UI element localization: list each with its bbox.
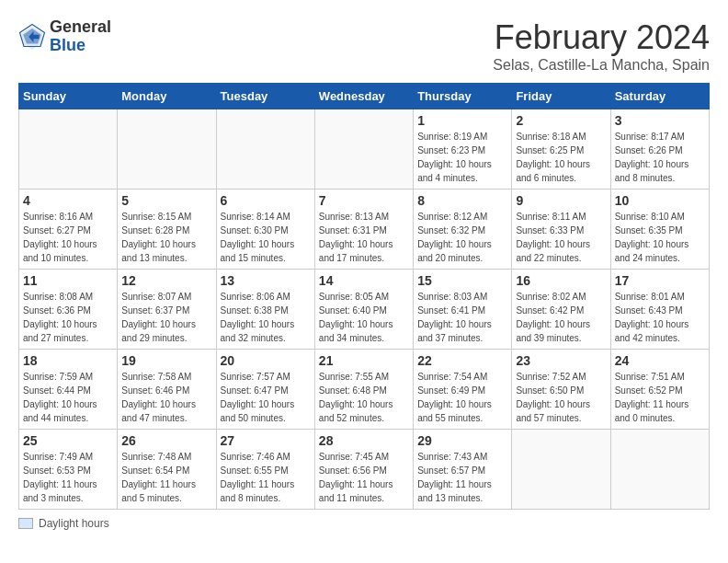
calendar-cell: 25Sunrise: 7:49 AM Sunset: 6:53 PM Dayli… [19,430,118,510]
month-title: February 2024 [493,18,710,57]
calendar-cell: 16Sunrise: 8:02 AM Sunset: 6:42 PM Dayli… [512,270,610,350]
calendar-cell: 28Sunrise: 7:45 AM Sunset: 6:56 PM Dayli… [314,430,413,510]
calendar-cell: 15Sunrise: 8:03 AM Sunset: 6:41 PM Dayli… [414,270,512,350]
day-number: 7 [319,193,409,208]
calendar-cell: 9Sunrise: 8:11 AM Sunset: 6:33 PM Daylig… [512,190,610,270]
day-info: Sunrise: 8:11 AM Sunset: 6:33 PM Dayligh… [516,210,606,265]
column-header-monday: Monday [118,84,216,109]
calendar-week-1: 1Sunrise: 8:19 AM Sunset: 6:23 PM Daylig… [19,109,710,190]
day-number: 5 [121,193,211,208]
day-info: Sunrise: 7:46 AM Sunset: 6:55 PM Dayligh… [221,450,311,505]
calendar-cell: 26Sunrise: 7:48 AM Sunset: 6:54 PM Dayli… [118,430,216,510]
calendar-cell [610,430,709,510]
day-info: Sunrise: 8:06 AM Sunset: 6:38 PM Dayligh… [221,290,311,345]
calendar-cell: 1Sunrise: 8:19 AM Sunset: 6:23 PM Daylig… [414,109,512,190]
legend: Daylight hours [18,517,710,530]
calendar-cell: 10Sunrise: 8:10 AM Sunset: 6:35 PM Dayli… [610,190,709,270]
calendar-cell: 13Sunrise: 8:06 AM Sunset: 6:38 PM Dayli… [216,270,314,350]
day-number: 19 [121,353,211,368]
day-number: 27 [221,433,311,448]
calendar-table: SundayMondayTuesdayWednesdayThursdayFrid… [18,83,710,510]
logo-icon [18,23,46,51]
location-title: Selas, Castille-La Mancha, Spain [493,57,710,74]
day-info: Sunrise: 7:58 AM Sunset: 6:46 PM Dayligh… [121,370,211,425]
day-info: Sunrise: 8:18 AM Sunset: 6:25 PM Dayligh… [516,130,606,185]
day-number: 13 [221,273,311,288]
day-number: 11 [23,273,113,288]
calendar-header-row: SundayMondayTuesdayWednesdayThursdayFrid… [19,84,710,109]
calendar-cell: 11Sunrise: 8:08 AM Sunset: 6:36 PM Dayli… [19,270,118,350]
day-info: Sunrise: 8:15 AM Sunset: 6:28 PM Dayligh… [121,210,211,265]
calendar-cell: 21Sunrise: 7:55 AM Sunset: 6:48 PM Dayli… [314,350,413,430]
calendar-cell [512,430,610,510]
calendar-cell: 2Sunrise: 8:18 AM Sunset: 6:25 PM Daylig… [512,109,610,190]
day-info: Sunrise: 8:19 AM Sunset: 6:23 PM Dayligh… [417,130,507,185]
logo-general-text: General [50,18,111,37]
day-info: Sunrise: 8:03 AM Sunset: 6:41 PM Dayligh… [417,290,507,345]
day-number: 14 [319,273,409,288]
day-info: Sunrise: 7:55 AM Sunset: 6:48 PM Dayligh… [319,370,409,425]
day-info: Sunrise: 8:16 AM Sunset: 6:27 PM Dayligh… [23,210,113,265]
legend-color-box [18,518,33,529]
day-info: Sunrise: 8:17 AM Sunset: 6:26 PM Dayligh… [615,130,705,185]
day-number: 25 [23,433,113,448]
day-number: 10 [615,193,705,208]
day-info: Sunrise: 7:52 AM Sunset: 6:50 PM Dayligh… [516,370,606,425]
day-info: Sunrise: 8:08 AM Sunset: 6:36 PM Dayligh… [23,290,113,345]
calendar-cell [314,109,413,190]
day-number: 1 [417,113,507,128]
column-header-thursday: Thursday [414,84,512,109]
day-number: 4 [23,193,113,208]
day-info: Sunrise: 8:05 AM Sunset: 6:40 PM Dayligh… [319,290,409,345]
calendar-cell [216,109,314,190]
day-number: 17 [615,273,705,288]
column-header-friday: Friday [512,84,610,109]
calendar-cell [19,109,118,190]
logo-text: General Blue [50,18,111,55]
day-info: Sunrise: 7:51 AM Sunset: 6:52 PM Dayligh… [615,370,705,425]
calendar-cell: 3Sunrise: 8:17 AM Sunset: 6:26 PM Daylig… [610,109,709,190]
column-header-wednesday: Wednesday [314,84,413,109]
day-info: Sunrise: 7:43 AM Sunset: 6:57 PM Dayligh… [417,450,507,505]
column-header-tuesday: Tuesday [216,84,314,109]
day-number: 12 [121,273,211,288]
day-info: Sunrise: 8:13 AM Sunset: 6:31 PM Dayligh… [319,210,409,265]
day-number: 2 [516,113,606,128]
calendar-cell: 24Sunrise: 7:51 AM Sunset: 6:52 PM Dayli… [610,350,709,430]
day-number: 18 [23,353,113,368]
day-number: 20 [221,353,311,368]
day-number: 21 [319,353,409,368]
day-number: 26 [121,433,211,448]
column-header-saturday: Saturday [610,84,709,109]
calendar-cell: 18Sunrise: 7:59 AM Sunset: 6:44 PM Dayli… [19,350,118,430]
day-info: Sunrise: 8:12 AM Sunset: 6:32 PM Dayligh… [417,210,507,265]
day-number: 8 [417,193,507,208]
day-number: 29 [417,433,507,448]
day-info: Sunrise: 7:57 AM Sunset: 6:47 PM Dayligh… [221,370,311,425]
column-header-sunday: Sunday [19,84,118,109]
day-number: 22 [417,353,507,368]
calendar-cell: 7Sunrise: 8:13 AM Sunset: 6:31 PM Daylig… [314,190,413,270]
day-info: Sunrise: 7:48 AM Sunset: 6:54 PM Dayligh… [121,450,211,505]
day-info: Sunrise: 8:07 AM Sunset: 6:37 PM Dayligh… [121,290,211,345]
day-info: Sunrise: 8:10 AM Sunset: 6:35 PM Dayligh… [615,210,705,265]
day-info: Sunrise: 8:01 AM Sunset: 6:43 PM Dayligh… [615,290,705,345]
calendar-week-2: 4Sunrise: 8:16 AM Sunset: 6:27 PM Daylig… [19,190,710,270]
calendar-cell: 27Sunrise: 7:46 AM Sunset: 6:55 PM Dayli… [216,430,314,510]
calendar-week-4: 18Sunrise: 7:59 AM Sunset: 6:44 PM Dayli… [19,350,710,430]
calendar-cell: 6Sunrise: 8:14 AM Sunset: 6:30 PM Daylig… [216,190,314,270]
day-info: Sunrise: 8:02 AM Sunset: 6:42 PM Dayligh… [516,290,606,345]
day-number: 3 [615,113,705,128]
day-number: 23 [516,353,606,368]
page-header: General Blue February 2024 Selas, Castil… [18,18,710,74]
day-info: Sunrise: 8:14 AM Sunset: 6:30 PM Dayligh… [221,210,311,265]
calendar-cell: 19Sunrise: 7:58 AM Sunset: 6:46 PM Dayli… [118,350,216,430]
calendar-cell: 22Sunrise: 7:54 AM Sunset: 6:49 PM Dayli… [414,350,512,430]
calendar-cell: 8Sunrise: 8:12 AM Sunset: 6:32 PM Daylig… [414,190,512,270]
day-number: 24 [615,353,705,368]
title-block: February 2024 Selas, Castille-La Mancha,… [493,18,710,74]
day-number: 28 [319,433,409,448]
calendar-week-5: 25Sunrise: 7:49 AM Sunset: 6:53 PM Dayli… [19,430,710,510]
calendar-cell: 14Sunrise: 8:05 AM Sunset: 6:40 PM Dayli… [314,270,413,350]
day-info: Sunrise: 7:49 AM Sunset: 6:53 PM Dayligh… [23,450,113,505]
